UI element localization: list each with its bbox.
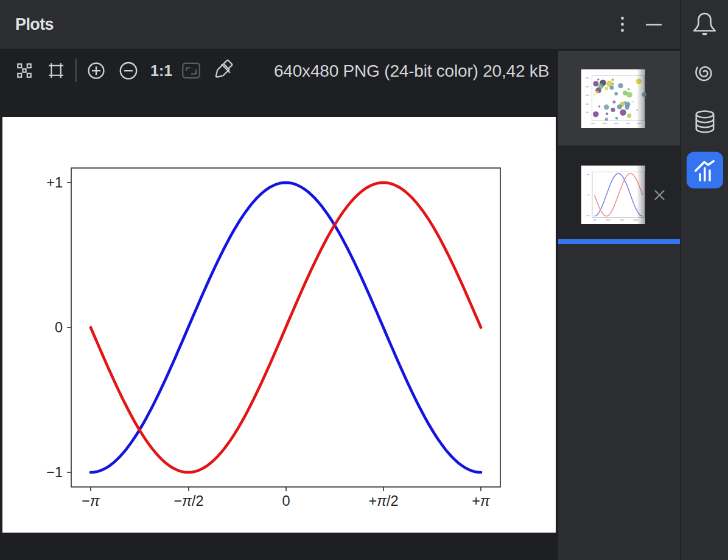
svg-text:+π/2: +π/2	[368, 493, 398, 509]
svg-text:−π/2: −π/2	[173, 493, 203, 509]
svg-text:−π: −π	[82, 493, 100, 509]
svg-text:+1: +1	[46, 175, 63, 191]
svg-text:0: 0	[55, 320, 63, 335]
svg-text:−1: −1	[46, 464, 63, 480]
svg-text:+π: +π	[472, 493, 491, 509]
svg-text:0: 0	[282, 493, 290, 509]
